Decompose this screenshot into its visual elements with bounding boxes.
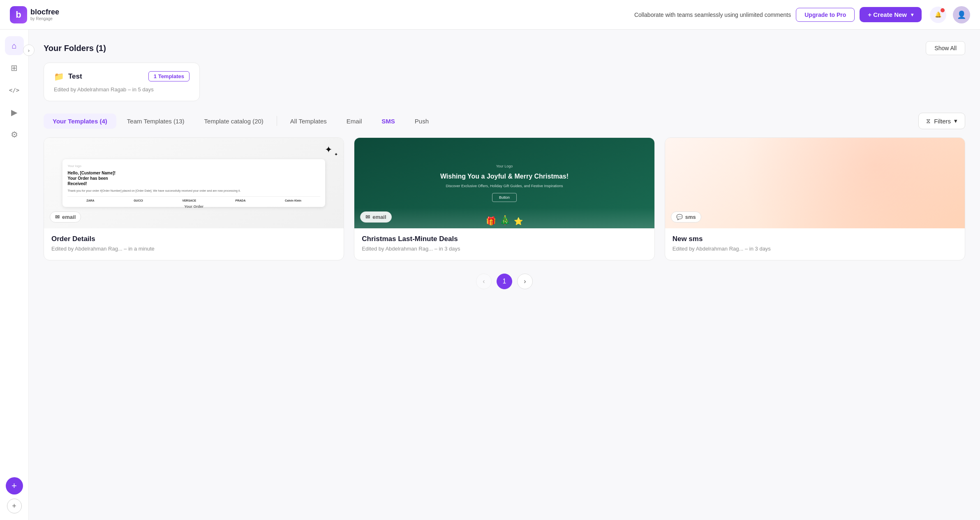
email-badge-xmas: ✉ email xyxy=(360,211,391,223)
layout: ⌂ ⊞ </> ▶ ⚙ + + › Your Fo xyxy=(0,30,980,520)
sidebar-item-settings[interactable]: ⚙ xyxy=(5,125,24,144)
sidebar-item-home[interactable]: ⌂ xyxy=(5,36,24,55)
template-name-sms: New sms xyxy=(673,235,957,243)
xmas-preview-bg: Your Logo Wishing You a Joyful & Merry C… xyxy=(354,138,654,228)
tab-push[interactable]: Push xyxy=(406,114,438,129)
sidebar-bottom: + + xyxy=(6,477,23,513)
template-name-order: Order Details xyxy=(51,235,336,243)
sidebar-item-templates[interactable]: ⊞ xyxy=(5,58,24,77)
template-card-christmas[interactable]: Your Logo Wishing You a Joyful & Merry C… xyxy=(354,137,654,260)
template-card-sms[interactable]: 💬 sms New sms Edited by Abdelrahman Rag.… xyxy=(665,137,965,260)
content-area: Your Folders (1) Show All 📁 Test 1 Templ… xyxy=(29,30,980,301)
add-item-button[interactable]: + xyxy=(7,499,22,513)
template-meta-christmas: Edited by Abdelrahman Rag... – in 3 days xyxy=(362,246,647,252)
xmas-sub: Discover Exclusive Offers, Holiday Gift … xyxy=(446,184,563,188)
folders-title: Your Folders (1) xyxy=(44,44,106,53)
preview-brands: ZARAGUCCIVERSACEPRADACalvin Klein xyxy=(67,196,320,202)
sidebar: ⌂ ⊞ </> ▶ ⚙ + + xyxy=(0,30,29,520)
templates-badge: 1 Templates xyxy=(148,71,190,81)
chevron-right-icon: › xyxy=(28,47,30,53)
logo-text: blocfree by Rengage xyxy=(30,8,59,22)
email-badge-icon-xmas: ✉ xyxy=(365,214,370,220)
preview-logo: Your logo xyxy=(67,164,320,168)
next-page-button[interactable]: › xyxy=(517,274,533,289)
xmas-button: Button xyxy=(492,193,517,202)
filter-icon: ⧖ xyxy=(926,117,931,125)
template-card-order-details[interactable]: Your logo Hello, [Customer Name]!Your Or… xyxy=(44,137,344,260)
folder-card[interactable]: 📁 Test 1 Templates Edited by Abdelrahman… xyxy=(44,63,200,101)
template-info-sms: New sms Edited by Abdelrahman Rag... – i… xyxy=(665,228,965,260)
xmas-logo: Your Logo xyxy=(496,164,513,168)
folder-icon: 📁 xyxy=(54,72,64,81)
upgrade-button[interactable]: Upgrade to Pro xyxy=(796,8,855,22)
page-1-button[interactable]: 1 xyxy=(497,274,512,289)
filters-button[interactable]: ⧖ Filters ▾ xyxy=(918,113,965,129)
play-icon: ▶ xyxy=(11,107,17,117)
show-all-button[interactable]: Show All xyxy=(926,41,965,55)
nav-right: 🔔 👤 xyxy=(930,6,970,23)
template-preview-christmas: Your Logo Wishing You a Joyful & Merry C… xyxy=(354,138,654,228)
tab-team-templates[interactable]: Team Templates (13) xyxy=(118,114,194,129)
template-preview-sms: 💬 sms xyxy=(665,138,965,228)
chevron-down-icon: ▾ xyxy=(911,12,913,18)
preview-footer: Your Order xyxy=(44,204,344,209)
nav-promo: Collaborate with teams seamlessly using … xyxy=(634,7,922,22)
sms-preview-bg xyxy=(665,138,965,228)
templates-grid: Your logo Hello, [Customer Name]!Your Or… xyxy=(44,137,965,260)
bell-icon: 🔔 xyxy=(935,12,942,18)
tab-email[interactable]: Email xyxy=(337,114,371,129)
gear-icon: ⚙ xyxy=(11,130,18,139)
plus-outline-icon: + xyxy=(12,502,16,511)
pagination: ‹ 1 › xyxy=(44,274,965,289)
logo-area[interactable]: b blocfree by Rengage xyxy=(10,6,59,23)
chevron-left-icon: ‹ xyxy=(483,278,485,285)
tab-divider xyxy=(277,116,277,126)
code-icon: </> xyxy=(9,87,19,93)
avatar[interactable]: 👤 xyxy=(953,6,970,23)
home-icon: ⌂ xyxy=(12,41,16,51)
sidebar-item-code[interactable]: </> xyxy=(5,81,24,100)
tab-your-templates[interactable]: Your Templates (4) xyxy=(44,114,116,129)
topnav: b blocfree by Rengage Collaborate with t… xyxy=(0,0,980,30)
logo-icon: b xyxy=(10,6,27,23)
preview-body: Thank you for your order #[Order Number]… xyxy=(67,189,320,193)
xmas-decoration: 🎁 🎄 ⭐ xyxy=(354,208,654,228)
order-preview-bg: Your logo Hello, [Customer Name]!Your Or… xyxy=(44,138,344,228)
template-preview-order: Your logo Hello, [Customer Name]!Your Or… xyxy=(44,138,344,228)
create-new-button[interactable]: + Create New ▾ xyxy=(860,7,922,22)
tabs-row: Your Templates (4) Team Templates (13) T… xyxy=(44,113,965,129)
tab-sms[interactable]: SMS xyxy=(372,114,404,129)
xmas-title: Wishing You a Joyful & Merry Christmas! xyxy=(440,172,569,181)
main-content: Your Folders (1) Show All 📁 Test 1 Templ… xyxy=(29,30,980,520)
chevron-right-icon: › xyxy=(524,278,526,285)
template-meta-sms: Edited by Abdelrahman Rag... – in 3 days xyxy=(673,246,957,252)
notifications-button[interactable]: 🔔 xyxy=(930,7,946,23)
star-sparkle-2: ✦ xyxy=(334,152,338,157)
add-workspace-button[interactable]: + xyxy=(6,477,23,494)
template-meta-order: Edited by Abdelrahman Rag... – in a minu… xyxy=(51,246,336,252)
sidebar-item-play[interactable]: ▶ xyxy=(5,103,24,122)
template-info-order: Order Details Edited by Abdelrahman Rag.… xyxy=(44,228,344,260)
star-sparkle-1: ✦ xyxy=(325,144,332,155)
folder-name: 📁 Test xyxy=(54,72,82,81)
preview-title: Hello, [Customer Name]!Your Order has be… xyxy=(67,170,320,186)
template-name-christmas: Christmas Last-Minute Deals xyxy=(362,235,647,243)
prev-page-button[interactable]: ‹ xyxy=(476,274,492,289)
tab-all-templates[interactable]: All Templates xyxy=(281,114,336,129)
chevron-down-icon: ▾ xyxy=(954,117,957,125)
email-badge: ✉ email xyxy=(50,211,81,223)
folders-section-header: Your Folders (1) Show All xyxy=(44,41,965,55)
grid-icon: ⊞ xyxy=(11,63,18,73)
sidebar-expand-button[interactable]: › xyxy=(23,44,35,56)
notification-badge xyxy=(941,8,945,12)
promo-text: Collaborate with teams seamlessly using … xyxy=(634,12,791,18)
email-badge-icon: ✉ xyxy=(55,214,60,220)
plus-icon: + xyxy=(12,481,17,491)
folder-meta: Edited by Abdelrahman Ragab – in 5 days xyxy=(54,86,190,93)
tab-catalog[interactable]: Template catalog (20) xyxy=(195,114,273,129)
sms-badge-icon: 💬 xyxy=(676,214,683,220)
folder-card-top: 📁 Test 1 Templates xyxy=(54,71,190,81)
template-info-christmas: Christmas Last-Minute Deals Edited by Ab… xyxy=(354,228,654,260)
order-preview-inner: Your logo Hello, [Customer Name]!Your Or… xyxy=(62,159,325,207)
sms-badge: 💬 sms xyxy=(671,211,701,223)
